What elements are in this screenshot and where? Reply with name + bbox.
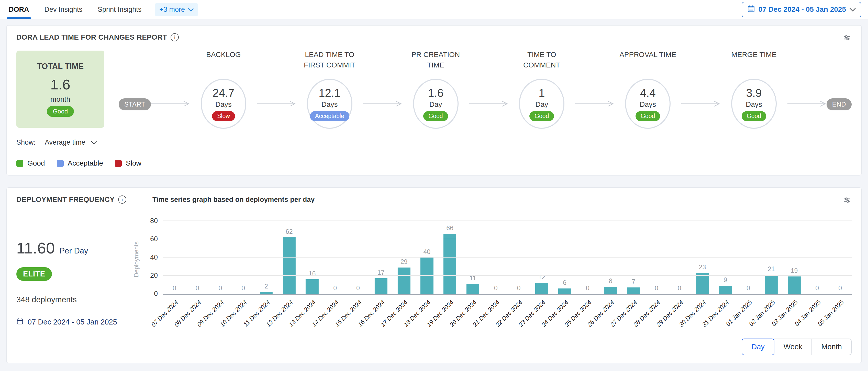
legend-label: Slow: [126, 159, 142, 167]
flow-arrow-icon: [363, 101, 402, 107]
bar-slot: 23: [691, 221, 714, 294]
bar-value-label: 0: [806, 284, 829, 292]
status-badge: Good: [636, 111, 660, 121]
deployment-rate-value: 11.60: [17, 239, 55, 257]
show-label: Show:: [17, 138, 35, 146]
stage-label: TIME TO COMMENT: [508, 48, 575, 79]
total-time-value: 1.6: [51, 76, 70, 93]
stage-circle[interactable]: 24.7 Days Slow: [201, 79, 246, 129]
bar-slot: 0: [806, 221, 829, 294]
acceptable-swatch-icon: [57, 160, 64, 167]
granularity-week-button[interactable]: Week: [774, 339, 812, 355]
deployment-chart-plot: 0000262160017294066110012608700239021190…: [163, 221, 851, 295]
status-badge: Slow: [212, 111, 235, 121]
bar-slot: 0: [645, 221, 668, 294]
bar-value-label: 0: [323, 284, 346, 292]
deployment-chart-bars: 0000262160017294066110012608700239021190…: [163, 221, 851, 294]
flow-arrow-icon: [787, 101, 827, 107]
y-tick-label: 80: [142, 217, 158, 225]
more-tabs-button[interactable]: +3 more: [155, 3, 198, 16]
deployment-bar[interactable]: [719, 286, 732, 294]
stage-circle[interactable]: 4.4 Days Good: [625, 79, 671, 129]
bar-value-label: 0: [668, 284, 691, 292]
deployment-bar[interactable]: [765, 275, 778, 294]
chevron-down-icon[interactable]: [91, 138, 97, 146]
more-tabs-label: +3 more: [159, 6, 185, 13]
calendar-icon: [747, 5, 755, 14]
bar-slot: 6: [553, 221, 576, 294]
flow-arrow-icon: [681, 101, 720, 107]
bar-value-label: 40: [415, 248, 438, 256]
stage-circle[interactable]: 3.9 Days Good: [731, 79, 777, 129]
bar-slot: 0: [576, 221, 599, 294]
legend-slow: Slow: [115, 159, 142, 167]
stage-circle[interactable]: 1 Day Good: [519, 79, 564, 129]
stage-unit: Days: [746, 100, 762, 109]
bar-slot: 0: [668, 221, 691, 294]
bar-slot: 0: [232, 221, 255, 294]
info-icon[interactable]: i: [118, 196, 126, 204]
bar-slot: 9: [714, 221, 737, 294]
tab-dev-insights[interactable]: Dev Insights: [42, 0, 85, 19]
stage-value: 1.6: [428, 87, 443, 99]
bar-value-label: 0: [186, 284, 209, 292]
tab-sprint-insights[interactable]: Sprint Insights: [96, 0, 144, 19]
bar-value-label: 62: [278, 228, 301, 235]
deployment-bar[interactable]: [604, 287, 617, 294]
good-swatch-icon: [17, 160, 23, 167]
total-time-status-badge: Good: [47, 106, 74, 117]
info-icon[interactable]: i: [170, 33, 179, 41]
deployment-bar[interactable]: [788, 276, 801, 294]
bar-value-label: 21: [760, 265, 783, 273]
stage-value: 4.4: [640, 87, 656, 99]
gridline: [163, 275, 851, 276]
sliders-icon[interactable]: [842, 196, 851, 206]
stage-value: 3.9: [746, 87, 762, 99]
deployment-bar[interactable]: [283, 237, 296, 294]
deployment-bar[interactable]: [696, 273, 709, 294]
deployment-bar[interactable]: [466, 284, 479, 294]
deployment-bar[interactable]: [443, 234, 456, 294]
chevron-down-icon: [188, 6, 194, 13]
status-badge: Good: [529, 111, 554, 121]
bar-value-label: 66: [438, 224, 461, 232]
stage-value: 12.1: [319, 87, 341, 99]
bar-slot: 0: [209, 221, 232, 294]
bar-slot: 0: [163, 221, 186, 294]
stage-circle[interactable]: 12.1 Days Acceptable: [307, 79, 352, 129]
flow-arrow-icon: [575, 101, 614, 107]
y-tick-label: 40: [142, 254, 158, 261]
deployment-bar[interactable]: [375, 278, 388, 294]
bar-value-label: 0: [209, 284, 232, 292]
date-range-picker[interactable]: 07 Dec 2024 - 05 Jan 2025: [742, 2, 861, 18]
lead-time-card: DORA LEAD TIME FOR CHANGES REPORT i TOTA…: [6, 25, 862, 175]
gridline: [163, 221, 851, 221]
deployment-bar[interactable]: [306, 279, 318, 294]
sliders-icon[interactable]: [842, 33, 851, 43]
deployment-bar[interactable]: [558, 289, 571, 294]
flow-end-node: END: [827, 98, 851, 110]
show-dropdown[interactable]: Average time: [45, 138, 86, 146]
stage-unit: Days: [321, 100, 338, 109]
deployment-bar[interactable]: [397, 268, 410, 294]
stage-lead-time-first-commit: LEAD TIME TO FIRST COMMIT 12.1 Days Acce…: [296, 48, 363, 129]
granularity-month-button[interactable]: Month: [811, 339, 851, 355]
bar-slot: 0: [186, 221, 209, 294]
stage-unit: Days: [640, 100, 656, 109]
granularity-toggle: Day Week Month: [133, 339, 851, 355]
deployment-bar[interactable]: [421, 258, 433, 294]
stage-circle[interactable]: 1.6 Day Good: [413, 79, 459, 129]
bar-slot: 11: [461, 221, 485, 294]
bar-slot: 21: [760, 221, 783, 294]
bar-slot: 62: [278, 221, 301, 294]
flow-arrow-icon: [151, 101, 190, 107]
stage-merge-time: MERGE TIME 3.9 Days Good: [720, 48, 787, 129]
bar-value-label: 12: [530, 273, 553, 281]
deployment-bar[interactable]: [535, 283, 548, 294]
deployment-bar[interactable]: [627, 288, 640, 294]
granularity-day-button[interactable]: Day: [742, 339, 774, 355]
calendar-icon: [17, 317, 24, 327]
tab-dora[interactable]: DORA: [7, 0, 31, 19]
stage-unit: Days: [215, 100, 232, 109]
deployment-bar[interactable]: [260, 292, 273, 294]
